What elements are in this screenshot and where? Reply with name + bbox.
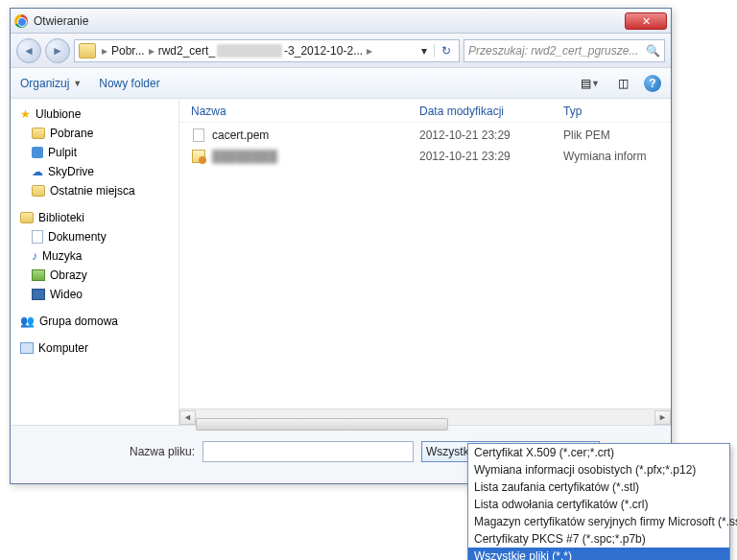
chrome-icon [14, 14, 28, 28]
sidebar-item-music[interactable]: ♪Muzyka [11, 246, 178, 266]
filetype-option[interactable]: Wymiana informacji osobistych (*.pfx;*.p… [468, 461, 729, 478]
horizontal-scrollbar[interactable]: ◄ ► [179, 408, 671, 425]
filetype-option[interactable]: Certyfikaty PKCS #7 (*.spc;*.p7b) [468, 530, 729, 548]
filename-input[interactable] [202, 441, 414, 462]
organize-label: Organizuj [20, 77, 69, 90]
sidebar-label: Biblioteki [38, 211, 84, 224]
titlebar: Otwieranie ✕ [11, 9, 671, 34]
breadcrumb-dropdown-button[interactable]: ▾ [416, 44, 432, 58]
folder-icon [79, 43, 96, 58]
back-button[interactable]: ◄ [16, 38, 41, 63]
filetype-dropdown[interactable]: Certyfikat X.509 (*.cer;*.crt) Wymiana i… [467, 443, 730, 560]
desktop-icon [32, 147, 43, 158]
sidebar-item-label: Obrazy [50, 268, 87, 282]
sidebar-item-pulpit[interactable]: Pulpit [11, 143, 178, 162]
file-pane: Nazwa Data modyfikacji Typ cacert.pem 20… [179, 99, 671, 425]
file-date: 2012-10-21 23:29 [419, 150, 563, 163]
sidebar-label: Komputer [38, 341, 88, 355]
open-file-dialog: Otwieranie ✕ ◄ ► ▸ Pobr... ▸ rwd2_cert_█… [10, 8, 672, 484]
chevron-right-icon: ▸ [147, 44, 156, 58]
chevron-down-icon: ▼ [73, 79, 82, 88]
organize-button[interactable]: Organizuj ▼ [20, 77, 82, 90]
sidebar-group-homegroup[interactable]: 👥Grupa domowa [11, 312, 178, 331]
breadcrumb-root[interactable]: Pobr... [111, 44, 145, 58]
column-date[interactable]: Data modyfikacji [419, 105, 563, 118]
file-name: cacert.pem [212, 128, 419, 142]
search-input[interactable]: Przeszukaj: rwd2_cert_pgrusze... 🔍 [464, 39, 665, 62]
sidebar-item-videos[interactable]: Wideo [11, 285, 178, 304]
filetype-option-selected[interactable]: Wszystkie pliki (*.*) [468, 548, 729, 560]
breadcrumb-folder-prefix[interactable]: rwd2_cert_ [158, 44, 215, 58]
window-title: Otwieranie [34, 14, 625, 28]
sidebar-item-label: Wideo [50, 288, 83, 301]
sidebar-label: Ulubione [36, 107, 81, 121]
sidebar-item-documents[interactable]: Dokumenty [11, 227, 178, 246]
cloud-icon: ☁ [32, 165, 43, 178]
sidebar-label: Grupa domowa [39, 315, 118, 328]
file-type: Plik PEM [563, 128, 659, 142]
file-row[interactable]: ████████ 2012-10-21 23:29 Wymiana inform [191, 146, 659, 167]
sidebar-item-label: Ostatnie miejsca [50, 184, 135, 198]
chevron-down-icon: ▼ [591, 79, 600, 88]
file-type: Wymiana inform [563, 150, 659, 163]
chevron-right-icon: ▸ [100, 44, 109, 58]
certificate-icon [191, 149, 206, 164]
search-icon[interactable]: 🔍 [646, 44, 660, 58]
column-headers[interactable]: Nazwa Data modyfikacji Typ [179, 99, 671, 123]
file-list: cacert.pem 2012-10-21 23:29 Plik PEM ███… [179, 123, 671, 408]
sidebar-item-skydrive[interactable]: ☁SkyDrive [11, 162, 178, 181]
scroll-right-button[interactable]: ► [654, 410, 671, 425]
scroll-left-button[interactable]: ◄ [179, 410, 196, 425]
file-icon [191, 128, 206, 143]
sidebar: ★Ulubione Pobrane Pulpit ☁SkyDrive Ostat… [11, 99, 179, 425]
sidebar-group-computer[interactable]: Komputer [11, 338, 178, 358]
filetype-option[interactable]: Certyfikat X.509 (*.cer;*.crt) [468, 444, 729, 461]
dialog-body: ★Ulubione Pobrane Pulpit ☁SkyDrive Ostat… [11, 99, 671, 425]
image-icon [32, 269, 45, 281]
view-mode-button[interactable]: ▤ ▼ [579, 73, 602, 94]
forward-button[interactable]: ► [45, 38, 70, 63]
column-type[interactable]: Typ [563, 105, 659, 118]
sidebar-item-label: Pobrane [50, 127, 93, 140]
document-icon [32, 230, 43, 244]
sidebar-item-label: Dokumenty [48, 230, 107, 244]
file-name-redacted: ████████ [212, 150, 419, 163]
preview-pane-button[interactable]: ◫ [611, 73, 634, 94]
help-button[interactable]: ? [644, 75, 661, 92]
scroll-thumb[interactable] [196, 418, 448, 431]
toolbar: Organizuj ▼ Nowy folder ▤ ▼ ◫ ? [11, 68, 671, 99]
close-button[interactable]: ✕ [625, 12, 667, 30]
sidebar-item-label: Muzyka [42, 249, 82, 263]
filename-label: Nazwa pliku: [130, 445, 195, 458]
library-icon [20, 212, 34, 223]
search-placeholder: Przeszukaj: rwd2_cert_pgrusze... [468, 44, 638, 58]
chevron-right-icon: ▸ [365, 44, 374, 58]
nav-row: ◄ ► ▸ Pobr... ▸ rwd2_cert_████████-3_201… [11, 34, 671, 68]
refresh-button[interactable]: ↻ [434, 44, 457, 58]
new-folder-button[interactable]: Nowy folder [99, 77, 159, 90]
filetype-option[interactable]: Lista zaufania certyfikatów (*.stl) [468, 478, 729, 496]
sidebar-item-label: Pulpit [48, 146, 77, 159]
folder-icon [32, 185, 45, 197]
star-icon: ★ [20, 107, 31, 121]
sidebar-group-favorites[interactable]: ★Ulubione [11, 105, 178, 124]
sidebar-item-label: SkyDrive [48, 165, 94, 178]
file-row[interactable]: cacert.pem 2012-10-21 23:29 Plik PEM [191, 125, 659, 146]
filetype-option[interactable]: Magazyn certyfikatów seryjnych firmy Mic… [468, 513, 729, 530]
sidebar-item-pobrane[interactable]: Pobrane [11, 124, 178, 143]
sidebar-item-pictures[interactable]: Obrazy [11, 266, 178, 285]
homegroup-icon: 👥 [20, 315, 35, 328]
breadcrumb-folder-redacted: ████████ [217, 44, 282, 58]
sidebar-group-libraries[interactable]: Biblioteki [11, 208, 178, 227]
breadcrumb[interactable]: ▸ Pobr... ▸ rwd2_cert_████████-3_2012-10… [74, 39, 460, 62]
video-icon [32, 289, 45, 300]
music-icon: ♪ [32, 249, 37, 263]
column-name[interactable]: Nazwa [191, 105, 419, 118]
breadcrumb-folder-suffix[interactable]: -3_2012-10-2... [284, 44, 363, 58]
folder-icon [32, 128, 45, 139]
sidebar-item-recent[interactable]: Ostatnie miejsca [11, 181, 178, 200]
filetype-option[interactable]: Lista odwołania certyfikatów (*.crl) [468, 496, 729, 513]
computer-icon [20, 342, 34, 354]
file-date: 2012-10-21 23:29 [419, 128, 563, 142]
